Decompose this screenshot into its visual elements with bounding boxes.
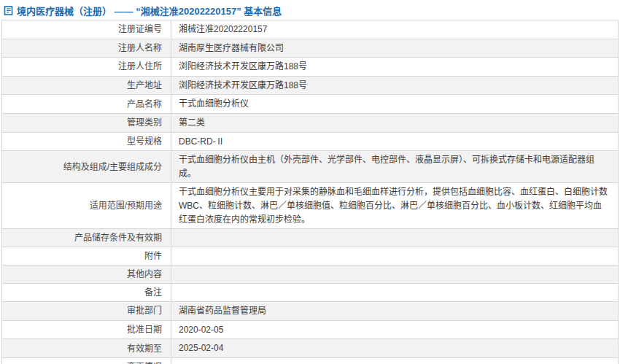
row-label: 适用范围/预期用途 — [2, 183, 171, 228]
table-row: 产品名称 干式血细胞分析仪 — [2, 95, 618, 114]
row-value: DBC-RD-Ⅱ — [171, 133, 618, 151]
row-value: 2025-02-04 — [171, 339, 618, 357]
table-row: 审批部门 湖南省药品监督管理局 — [2, 302, 618, 321]
row-value: 湖南厚生医疗器械有限公司 — [171, 39, 618, 58]
table-row: 型号规格 DBC-RD-Ⅱ — [2, 133, 618, 152]
basic-info-table: 注册证编号 湘械注准20202220157 注册人名称 湖南厚生医疗器械有限公司… — [1, 20, 619, 364]
document-icon — [4, 6, 13, 15]
row-value: 干式血细胞分析仪由主机（外壳部件、光学部件、电控部件、液晶显示屏）、可拆换式存储… — [171, 151, 618, 182]
row-label: 型号规格 — [2, 133, 171, 151]
row-value: 2020-02-05 — [171, 321, 618, 339]
page-title: 境内医疗器械（注册） —— “湘械注准20202220157” 基本信息 — [17, 4, 282, 18]
table-row: 适用范围/预期用途 干式血细胞分析仪主要用于对采集的静脉血和毛细血样进行分析，提… — [2, 183, 618, 229]
row-value: 湘械注准20202220157 — [171, 20, 618, 39]
table-row: 结构及组成/主要组成成分 干式血细胞分析仪由主机（外壳部件、光学部件、电控部件、… — [2, 151, 618, 183]
row-label: 注册人住所 — [2, 58, 171, 76]
row-value — [171, 229, 618, 247]
row-label: 有效期至 — [2, 339, 171, 357]
row-value — [171, 247, 618, 265]
table-row: 变更情况 — [2, 358, 618, 364]
table-row: 生产地址 浏阳经济技术开发区康万路188号 — [2, 77, 618, 96]
table-row: 产品储存条件及有效期 — [2, 229, 618, 247]
row-value — [171, 358, 618, 364]
table-row: 注册人名称 湖南厚生医疗器械有限公司 — [2, 39, 618, 58]
row-label: 备注 — [2, 284, 171, 301]
row-label: 生产地址 — [2, 77, 171, 95]
row-value: 浏阳经济技术开发区康万路188号 — [171, 58, 618, 76]
table-row: 其他内容 — [2, 266, 618, 284]
table-row: 管理类别 第二类 — [2, 114, 618, 133]
row-label: 结构及组成/主要组成成分 — [2, 151, 171, 182]
table-row: 批准日期 2020-02-05 — [2, 321, 618, 340]
row-label: 注册人名称 — [2, 39, 171, 58]
row-label: 产品储存条件及有效期 — [2, 229, 171, 247]
table-row: 有效期至 2025-02-04 — [2, 339, 618, 358]
row-label: 批准日期 — [2, 321, 171, 339]
row-label: 变更情况 — [2, 358, 171, 364]
row-label: 产品名称 — [2, 95, 171, 113]
row-label: 审批部门 — [2, 302, 171, 320]
row-label: 管理类别 — [2, 114, 171, 132]
row-value: 干式血细胞分析仪 — [171, 95, 618, 113]
page-header: 境内医疗器械（注册） —— “湘械注准20202220157” 基本信息 — [0, 0, 620, 20]
row-label: 附件 — [2, 247, 171, 265]
table-row: 注册人住所 浏阳经济技术开发区康万路188号 — [2, 58, 618, 77]
table-row: 备注 — [2, 284, 618, 302]
table-row: 附件 — [2, 247, 618, 266]
row-value: 浏阳经济技术开发区康万路188号 — [171, 77, 618, 95]
row-value — [171, 266, 618, 283]
row-label: 注册证编号 — [2, 20, 171, 39]
row-value: 干式血细胞分析仪主要用于对采集的静脉血和毛细血样进行分析，提供包括血细胞比容、血… — [171, 183, 618, 228]
row-value: 湖南省药品监督管理局 — [171, 302, 618, 320]
row-value: 第二类 — [171, 114, 618, 132]
row-label: 其他内容 — [2, 266, 171, 283]
table-row: 注册证编号 湘械注准20202220157 — [2, 20, 618, 39]
row-value — [171, 284, 618, 301]
